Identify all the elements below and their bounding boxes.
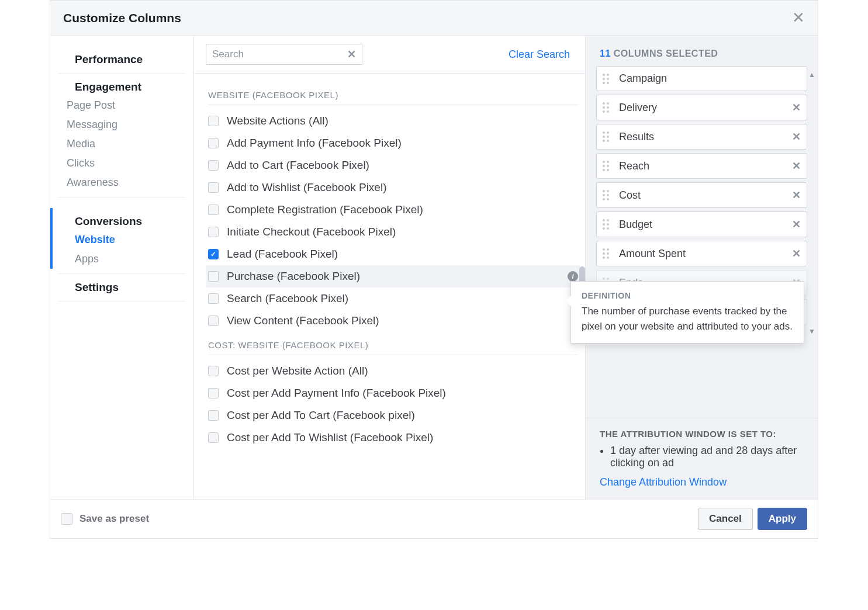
option-label: Lead (Facebook Pixel) — [227, 248, 338, 261]
option-row[interactable]: Cost per Website Action (All) — [206, 360, 580, 382]
drag-handle-icon[interactable] — [603, 219, 613, 230]
sidebar-item-performance[interactable]: Performance — [58, 46, 185, 74]
checkbox[interactable] — [208, 160, 219, 171]
checkbox[interactable] — [208, 316, 219, 326]
remove-chip-icon[interactable]: ✕ — [792, 101, 801, 114]
option-row[interactable]: Purchase (Facebook Pixel)i — [206, 265, 580, 287]
change-attribution-link[interactable]: Change Attribution Window — [600, 476, 727, 488]
selected-column-chip[interactable]: Reach✕ — [596, 153, 807, 179]
drag-handle-icon[interactable] — [603, 248, 613, 259]
checkbox[interactable] — [208, 205, 219, 215]
selected-column-chip[interactable]: Amount Spent✕ — [596, 241, 807, 266]
chip-label: Results — [619, 131, 654, 143]
checkbox[interactable] — [208, 410, 219, 421]
search-bar-row: ✕ Clear Search — [194, 36, 585, 74]
option-row[interactable]: Cost per Add Payment Info (Facebook Pixe… — [206, 382, 580, 404]
modal-title: Customize Columns — [63, 11, 181, 25]
search-field-wrap[interactable]: ✕ — [206, 44, 362, 65]
option-label: Cost per Add To Cart (Facebook pixel) — [227, 409, 415, 422]
drag-handle-icon[interactable] — [603, 102, 613, 113]
drag-handle-icon[interactable] — [603, 161, 613, 171]
scroll-down-icon[interactable]: ▼ — [808, 327, 817, 335]
chip-label: Amount Spent — [619, 248, 686, 260]
option-row[interactable]: Cost per Add To Cart (Facebook pixel) — [206, 404, 580, 427]
chip-label: Delivery — [619, 102, 657, 114]
info-icon[interactable]: i — [568, 271, 578, 282]
chip-label: Reach — [619, 160, 649, 172]
sidebar-item-website[interactable]: Website — [58, 230, 193, 249]
sidebar-item-apps[interactable]: Apps — [58, 249, 193, 269]
modal-body: Performance Engagement Page PostMessagin… — [50, 36, 818, 499]
option-label: View Content (Facebook Pixel) — [227, 314, 379, 327]
group-title: COST: WEBSITE (FACEBOOK PIXEL) — [208, 340, 578, 355]
sidebar-item-messaging[interactable]: Messaging — [50, 115, 193, 134]
checkbox[interactable] — [208, 388, 219, 398]
clear-input-icon[interactable]: ✕ — [347, 48, 356, 61]
save-preset-checkbox[interactable] — [61, 513, 72, 525]
checkbox[interactable] — [208, 138, 219, 148]
sidebar-item-clicks[interactable]: Clicks — [50, 154, 193, 173]
attribution-title: THE ATTRIBUTION WINDOW IS SET TO: — [600, 429, 804, 439]
checkbox[interactable] — [208, 227, 219, 237]
definition-tooltip: DEFINITION The number of purchase events… — [570, 281, 804, 344]
option-row[interactable]: Add to Cart (Facebook Pixel) — [206, 154, 580, 176]
apply-button[interactable]: Apply — [758, 508, 807, 530]
checkbox[interactable] — [208, 432, 219, 443]
modal-header: Customize Columns ✕ — [50, 1, 818, 36]
customize-columns-modal: Customize Columns ✕ Performance Engageme… — [50, 0, 818, 539]
tooltip-title: DEFINITION — [582, 291, 793, 300]
search-input[interactable] — [212, 48, 347, 60]
selected-column-chip[interactable]: Cost✕ — [596, 182, 807, 208]
save-preset-label: Save as preset — [79, 513, 149, 525]
selected-label: COLUMNS SELECTED — [614, 48, 718, 58]
checkbox[interactable] — [208, 293, 219, 304]
selected-column-chip[interactable]: Campaign — [596, 66, 807, 91]
checkbox[interactable] — [208, 182, 219, 193]
close-icon[interactable]: ✕ — [792, 9, 805, 27]
option-row[interactable]: Add Payment Info (Facebook Pixel) — [206, 132, 580, 154]
remove-chip-icon[interactable]: ✕ — [792, 189, 801, 202]
remove-chip-icon[interactable]: ✕ — [792, 218, 801, 231]
chip-label: Cost — [619, 189, 641, 202]
selected-column-chip[interactable]: Results✕ — [596, 124, 807, 150]
tooltip-body: The number of purchase events tracked by… — [582, 304, 793, 334]
remove-chip-icon[interactable]: ✕ — [792, 160, 801, 172]
checkbox[interactable] — [208, 366, 219, 376]
attribution-section: THE ATTRIBUTION WINDOW IS SET TO: 1 day … — [586, 418, 818, 499]
selected-column-chip[interactable]: Delivery✕ — [596, 95, 807, 120]
sidebar-item-conversions[interactable]: Conversions — [58, 208, 185, 230]
option-label: Complete Registration (Facebook Pixel) — [227, 203, 423, 216]
option-row[interactable]: Website Actions (All) — [206, 110, 580, 132]
option-label: Cost per Add Payment Info (Facebook Pixe… — [227, 387, 446, 400]
clear-search-link[interactable]: Clear Search — [509, 48, 570, 61]
chip-label: Campaign — [619, 72, 667, 85]
selected-header: 11 COLUMNS SELECTED — [586, 36, 818, 66]
checkbox[interactable] — [208, 249, 219, 259]
modal-footer: Save as preset Cancel Apply — [50, 499, 818, 538]
sidebar-item-page-post[interactable]: Page Post — [50, 96, 193, 115]
checkbox[interactable] — [208, 116, 219, 126]
option-row[interactable]: Search (Facebook Pixel) — [206, 287, 580, 310]
selected-panel: ▲ 11 COLUMNS SELECTED CampaignDelivery✕R… — [585, 36, 818, 499]
option-row[interactable]: Add to Wishlist (Facebook Pixel) — [206, 176, 580, 199]
selected-column-chip[interactable]: Budget✕ — [596, 212, 807, 237]
sidebar-item-settings[interactable]: Settings — [58, 274, 185, 301]
option-row[interactable]: Complete Registration (Facebook Pixel) — [206, 199, 580, 221]
option-row[interactable]: Lead (Facebook Pixel) — [206, 243, 580, 265]
sidebar-item-engagement[interactable]: Engagement — [58, 74, 185, 96]
remove-chip-icon[interactable]: ✕ — [792, 130, 801, 143]
options-list[interactable]: WEBSITE (FACEBOOK PIXEL)Website Actions … — [194, 74, 585, 499]
drag-handle-icon[interactable] — [603, 74, 613, 84]
sidebar-item-media[interactable]: Media — [50, 134, 193, 154]
option-row[interactable]: View Content (Facebook Pixel) — [206, 310, 580, 332]
cancel-button[interactable]: Cancel — [698, 508, 753, 530]
drag-handle-icon[interactable] — [603, 131, 613, 142]
option-label: Add to Wishlist (Facebook Pixel) — [227, 181, 387, 194]
option-row[interactable]: Initiate Checkout (Facebook Pixel) — [206, 221, 580, 243]
option-label: Add to Cart (Facebook Pixel) — [227, 159, 369, 172]
remove-chip-icon[interactable]: ✕ — [792, 247, 801, 260]
option-row[interactable]: Cost per Add To Wishlist (Facebook Pixel… — [206, 427, 580, 449]
sidebar-item-awareness[interactable]: Awareness — [50, 173, 193, 192]
checkbox[interactable] — [208, 271, 219, 282]
drag-handle-icon[interactable] — [603, 190, 613, 200]
